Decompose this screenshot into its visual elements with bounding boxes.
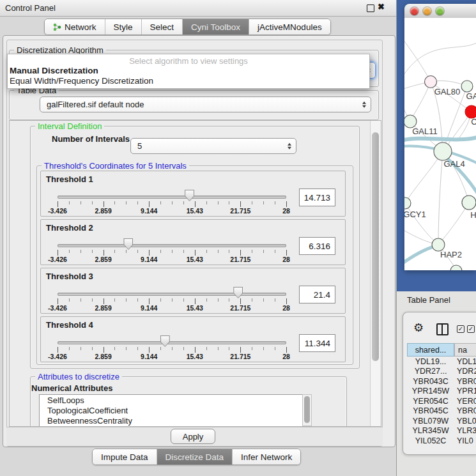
network-node[interactable] xyxy=(432,238,445,251)
tab-impute-data[interactable]: Impute Data xyxy=(93,449,157,464)
network-node[interactable] xyxy=(425,76,437,88)
tick-label: 21.715 xyxy=(230,353,250,360)
vertical-scrollbar[interactable] xyxy=(370,121,381,426)
table-row[interactable]: YER054CYER0 xyxy=(407,396,476,406)
network-node[interactable] xyxy=(434,142,452,160)
minimize-traffic-light-icon[interactable] xyxy=(423,7,431,15)
vertical-scrollbar-thumb[interactable] xyxy=(372,132,379,361)
tick-label: 21.715 xyxy=(230,304,250,312)
table-row[interactable]: YDL19...YDL1 xyxy=(407,357,476,367)
table-cell[interactable]: YER054C xyxy=(407,396,454,406)
top-tab-bar: Network Style Select Cyni Toolbox jActiv… xyxy=(44,19,331,35)
tab-style[interactable]: Style xyxy=(105,19,141,35)
network-window-titlebar[interactable] xyxy=(404,4,476,19)
attribute-list-item[interactable]: BetweennessCentrality xyxy=(40,415,303,426)
network-node[interactable] xyxy=(465,105,476,118)
slider-track[interactable] xyxy=(58,196,286,199)
table-cell[interactable]: YER0 xyxy=(454,396,476,406)
list-scrollbar[interactable] xyxy=(302,394,312,426)
network-node[interactable] xyxy=(404,197,411,209)
split-columns-icon[interactable] xyxy=(436,323,449,335)
checkbox-icon[interactable]: ✓ xyxy=(467,325,475,333)
table-row[interactable]: YDR27...YDR2 xyxy=(407,367,476,377)
slider-thumb[interactable] xyxy=(123,238,133,250)
table-row[interactable]: YPR145WYPR1 xyxy=(407,387,476,397)
network-canvas[interactable]: GAL80GACGAL11GAL4GCY1HHAP2 xyxy=(404,18,476,270)
table-row[interactable]: YBL079WYBL0 xyxy=(407,416,476,426)
network-node-label: GAL80 xyxy=(434,87,460,96)
tab-network[interactable]: Network xyxy=(45,19,105,35)
table-cell[interactable]: YPR1 xyxy=(454,387,476,397)
table-cell[interactable]: YLR345W xyxy=(407,426,454,436)
slider-track[interactable] xyxy=(58,293,286,296)
table-cell[interactable]: YDR27... xyxy=(407,367,454,377)
table-cell[interactable]: YIL0 xyxy=(454,436,476,444)
threshold-value-field[interactable]: 6.316 xyxy=(299,237,335,255)
apply-button[interactable]: Apply xyxy=(171,429,215,444)
number-of-intervals-combobox[interactable]: 5 xyxy=(130,138,296,154)
tick-label: -3.426 xyxy=(48,207,67,215)
tick-label: -3.426 xyxy=(48,304,67,312)
slider-track[interactable] xyxy=(58,341,286,344)
close-icon[interactable]: ✖ xyxy=(378,2,385,12)
table-cell[interactable]: YBL0 xyxy=(454,416,476,426)
table-row[interactable]: YBR045CYBR0 xyxy=(407,406,476,417)
tab-select[interactable]: Select xyxy=(141,19,183,35)
tick-label: 9.144 xyxy=(141,256,157,263)
network-node[interactable] xyxy=(462,196,476,210)
column-header-shared-name[interactable]: shared... xyxy=(407,343,454,357)
zoom-traffic-light-icon[interactable] xyxy=(436,7,444,15)
threshold-value-field[interactable]: 11.344 xyxy=(299,334,335,352)
tab-discretize-data[interactable]: Discretize Data xyxy=(157,449,233,464)
table-row[interactable]: YBR043CYBR0 xyxy=(407,376,476,387)
table-cell[interactable]: YLR3 xyxy=(454,426,476,436)
tab-infer-network[interactable]: Infer Network xyxy=(232,449,300,464)
numerical-attributes-list[interactable]: SelfLoopsTopologicalCoefficientBetweenne… xyxy=(39,394,303,427)
table-row[interactable]: YLR345WYLR3 xyxy=(407,426,476,436)
threshold-slider[interactable]: -3.4262.8599.14415.4321.71528 xyxy=(58,171,286,216)
threshold-value-field[interactable]: 14.713 xyxy=(299,188,335,206)
network-node-label: HAP2 xyxy=(440,250,462,259)
checkbox-icon[interactable]: ✓ xyxy=(457,325,464,333)
table-cell[interactable]: YDL1 xyxy=(454,357,476,367)
table-row[interactable]: YIL052CYIL0 xyxy=(407,436,476,444)
close-traffic-light-icon[interactable] xyxy=(410,7,418,15)
network-icon xyxy=(53,23,61,31)
tick-label: 21.715 xyxy=(230,256,250,263)
table-cell[interactable]: YDR2 xyxy=(454,367,476,377)
table-cell[interactable]: YDL19... xyxy=(407,357,454,367)
slider-track[interactable] xyxy=(58,244,286,247)
gear-icon[interactable]: ⚙ xyxy=(413,322,424,334)
table-data-combobox[interactable]: galFiltered.sif default node xyxy=(40,96,371,112)
slider-thumb[interactable] xyxy=(160,335,170,347)
threshold-value-field[interactable]: 21.4 xyxy=(299,286,335,303)
float-window-icon[interactable] xyxy=(367,4,374,12)
network-node[interactable] xyxy=(450,265,462,270)
attribute-list-item[interactable]: TopologicalCoefficient xyxy=(40,405,303,415)
combo-stepper-icon xyxy=(362,101,366,108)
tab-jactivemnodules[interactable]: jActiveMNodules xyxy=(249,19,330,35)
tab-cyni-toolbox[interactable]: Cyni Toolbox xyxy=(182,19,249,35)
table-cell[interactable]: YIL052C xyxy=(407,436,454,444)
slider-thumb[interactable] xyxy=(185,190,194,201)
column-header-name[interactable]: na xyxy=(454,343,476,357)
table-cell[interactable]: YPR145W xyxy=(407,387,454,397)
threshold-slider[interactable]: -3.4262.8599.14415.4321.71528 xyxy=(58,268,286,313)
table-cell[interactable]: YBR0 xyxy=(454,406,476,417)
table-cell[interactable]: YBR045C xyxy=(407,406,454,417)
popup-item-manual-discretization[interactable]: Manual Discretization xyxy=(10,66,98,75)
slider-thumb[interactable] xyxy=(233,287,243,298)
slider-major-ticks xyxy=(58,347,287,353)
tick-label: 2.859 xyxy=(95,207,111,215)
table-cell[interactable]: YBL079W xyxy=(407,416,454,426)
threshold-slider[interactable]: -3.4262.8599.14415.4321.71528 xyxy=(58,317,286,362)
tick-label: 15.43 xyxy=(187,304,203,312)
attribute-list-item[interactable]: SelfLoops xyxy=(40,395,303,405)
threshold-slider[interactable]: -3.4262.8599.14415.4321.71528 xyxy=(58,220,286,265)
table-cell[interactable]: YBR0 xyxy=(454,376,476,387)
network-node[interactable] xyxy=(461,81,473,92)
network-node[interactable] xyxy=(404,115,417,128)
popup-item-equal-width[interactable]: Equal Width/Frequency Discretization xyxy=(10,76,153,86)
network-node-label: GA xyxy=(466,91,476,101)
table-cell[interactable]: YBR043C xyxy=(407,376,454,387)
